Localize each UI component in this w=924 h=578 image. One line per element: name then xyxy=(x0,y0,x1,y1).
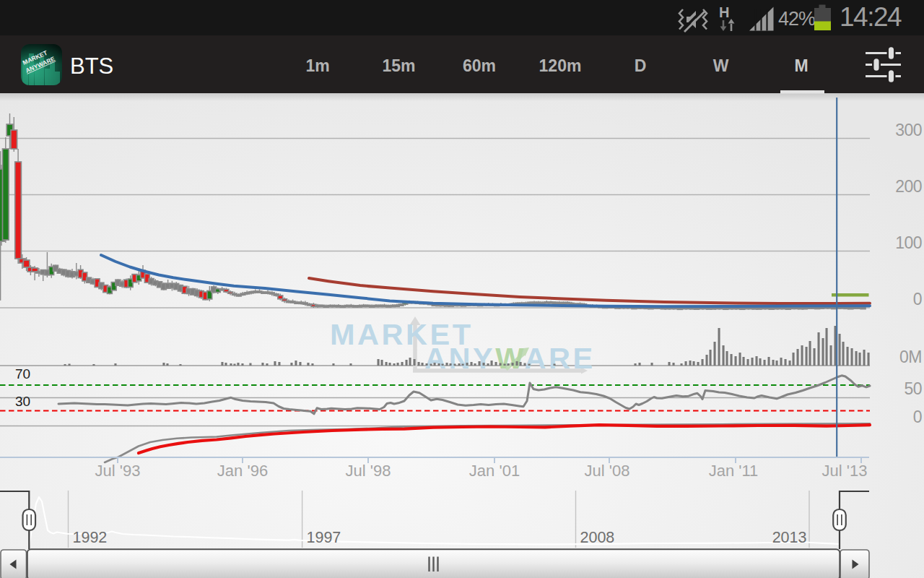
svg-text:60m: 60m xyxy=(463,56,496,75)
svg-text:Jan '11: Jan '11 xyxy=(709,462,759,480)
svg-text:BTS: BTS xyxy=(70,53,113,79)
svg-text:1992: 1992 xyxy=(73,529,108,546)
svg-text:15m: 15m xyxy=(382,56,415,75)
svg-text:Jul '98: Jul '98 xyxy=(346,462,391,480)
svg-text:2008: 2008 xyxy=(580,529,615,546)
svg-text:0M: 0M xyxy=(899,348,922,366)
svg-text:42%: 42% xyxy=(778,8,816,30)
svg-text:1m: 1m xyxy=(305,56,329,75)
svg-text:0: 0 xyxy=(913,407,922,426)
svg-text:Jul '08: Jul '08 xyxy=(585,462,630,480)
svg-text:W: W xyxy=(713,56,729,75)
svg-text:Jan '96: Jan '96 xyxy=(217,462,268,480)
svg-text:2013: 2013 xyxy=(772,529,807,546)
svg-text:Jul '93: Jul '93 xyxy=(95,462,141,480)
svg-text:0: 0 xyxy=(913,290,922,309)
svg-text:M: M xyxy=(794,56,808,75)
svg-text:Jul '13: Jul '13 xyxy=(822,462,868,480)
svg-text:H: H xyxy=(719,4,729,20)
svg-text:300: 300 xyxy=(895,121,922,139)
svg-text:100: 100 xyxy=(895,233,922,252)
svg-text:200: 200 xyxy=(895,177,922,196)
svg-text:ANYWARE: ANYWARE xyxy=(424,341,596,375)
svg-text:120m: 120m xyxy=(539,56,582,75)
svg-text:D: D xyxy=(635,56,647,75)
svg-text:14:24: 14:24 xyxy=(840,2,902,32)
svg-text:30: 30 xyxy=(15,394,30,409)
svg-text:50: 50 xyxy=(904,379,922,398)
svg-text:Jan '01: Jan '01 xyxy=(469,462,520,480)
svg-text:1997: 1997 xyxy=(307,529,341,546)
svg-text:70: 70 xyxy=(15,366,30,381)
